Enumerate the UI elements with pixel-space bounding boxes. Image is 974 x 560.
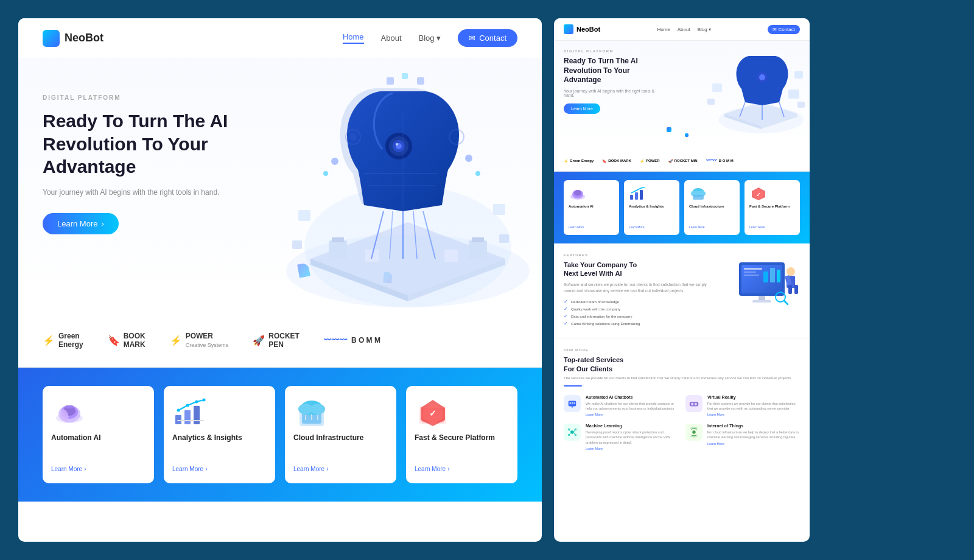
hero-subtitle: Your journey with AI begins with the rig… <box>43 187 286 198</box>
rp-nav-links: Home About Blog ▾ <box>657 27 710 32</box>
iot-learn-link[interactable]: Learn More <box>707 442 800 446</box>
svg-rect-11 <box>298 210 310 221</box>
svg-rect-100 <box>777 270 780 282</box>
svg-point-33 <box>349 133 357 141</box>
lp-hero-content: DIGITAL PLATFORM Ready To Turn The AI Re… <box>43 58 286 234</box>
rp-feature-title: Take Your Company To Next Level With AI <box>564 261 720 278</box>
rp-hero: DIGITAL PLATFORM Ready To Turn The AI Re… <box>554 41 810 150</box>
logo-bomm: 〰〰〰 B O M M <box>324 336 380 345</box>
rp-service-ml: Machine Learning Developing proof report… <box>564 424 678 450</box>
svg-rect-78 <box>707 99 715 105</box>
automation-ai-link[interactable]: Learn More › <box>51 466 86 472</box>
svg-rect-82 <box>630 195 633 200</box>
iot-icon-wrap <box>685 424 702 441</box>
rp-service-chatbots: Automated AI Chatbots We make AI chatbot… <box>564 395 678 417</box>
rocket-icon: 🚀 <box>253 335 265 346</box>
nav-contact-button[interactable]: ✉ Contact <box>458 29 517 47</box>
svg-line-126 <box>570 433 571 435</box>
vr-learn-link[interactable]: Learn More <box>707 413 800 416</box>
cloud-link[interactable]: Learn More › <box>293 466 328 472</box>
rp-cards-section: Automation AI Learn More Anal <box>554 172 810 243</box>
rp-cloud-link[interactable]: Learn More <box>689 225 735 229</box>
rp-feature-img <box>727 253 800 314</box>
svg-point-47 <box>177 409 180 412</box>
power-icon: ⚡ <box>170 335 182 346</box>
rp-hero-illustration <box>694 41 810 138</box>
green-energy-icon: ⚡ <box>43 335 55 346</box>
svg-point-116 <box>691 402 694 405</box>
ml-learn-link[interactable]: Learn More <box>586 447 678 450</box>
bookmark-icon: 🔖 <box>108 335 120 346</box>
chatbot-icon-wrap <box>564 395 581 412</box>
secure-title: Fast & Secure Platform <box>415 433 495 443</box>
cloud-icon <box>293 397 330 427</box>
svg-point-103 <box>787 267 795 276</box>
rp-service-ml-content: Machine Learning Developing proof report… <box>586 424 678 450</box>
svg-rect-106 <box>794 285 798 294</box>
rp-learn-btn[interactable]: Learn More <box>564 103 600 114</box>
svg-point-50 <box>203 399 206 402</box>
svg-rect-8 <box>472 237 484 242</box>
rp-secure-icon: ✓ <box>749 186 768 201</box>
svg-rect-88 <box>693 195 704 200</box>
svg-rect-95 <box>744 268 762 270</box>
svg-rect-42 <box>66 405 73 408</box>
rp-feature-desc: Software and services we provide for our… <box>564 282 720 295</box>
secure-link[interactable]: Learn More › <box>415 466 449 472</box>
rp-logo-bomm: 〰〰 B O M M <box>706 158 734 164</box>
rp-logos: ⚡ Green Energy 🔖 BOOK MARK ⚡ POWER 🚀 ROC… <box>554 150 810 172</box>
chatbots-learn-link[interactable]: Learn More <box>586 413 678 416</box>
svg-rect-97 <box>744 275 759 276</box>
rp-secure-link[interactable]: Learn More <box>749 225 795 229</box>
nav-link-about[interactable]: About <box>381 33 402 43</box>
rp-check-1: ✓ Dedicated team of knowledge <box>564 299 720 304</box>
partner-logos-section: ⚡ GreenEnergy 🔖 BOOKMARK ⚡ POWERCreative… <box>18 313 542 368</box>
rp-deco-1 <box>667 127 671 132</box>
rp-service-iot: Internet of Things For cloud infrastruct… <box>685 424 800 450</box>
digital-platform-label: DIGITAL PLATFORM <box>43 94 286 101</box>
logo-bookmark: 🔖 BOOKMARK <box>108 332 145 349</box>
secure-icon: ✓ <box>415 397 451 427</box>
svg-rect-113 <box>574 402 575 404</box>
svg-point-119 <box>570 430 573 433</box>
rp-hero-sub: Your journey with AI begins with the rig… <box>564 89 661 97</box>
svg-point-28 <box>331 158 338 165</box>
rp-cards-grid: Automation AI Learn More Anal <box>564 180 800 235</box>
rp-contact-button[interactable]: ✉ Contact <box>768 25 800 34</box>
rp-card-secure: ✓ Fast & Secure Platform Learn More <box>745 180 800 235</box>
svg-rect-84 <box>640 190 643 200</box>
svg-rect-44 <box>175 415 181 424</box>
svg-rect-75 <box>794 71 803 79</box>
rp-card-cloud: Cloud Infrastructure Learn More <box>684 180 740 235</box>
svg-point-48 <box>186 404 189 407</box>
card-secure: ✓ Fast & Secure Platform Learn More › <box>406 386 517 483</box>
svg-point-56 <box>310 404 325 415</box>
lp-logo[interactable]: NeoBot <box>43 30 103 47</box>
automation-ai-title: Automation AI <box>51 433 101 443</box>
rp-analytics-icon <box>629 186 647 201</box>
nav-link-home[interactable]: Home <box>343 32 364 44</box>
rp-cloud-icon <box>689 186 707 201</box>
svg-line-127 <box>574 433 575 435</box>
svg-rect-102 <box>752 300 771 303</box>
vr-icon-wrap <box>685 395 702 412</box>
analytics-link[interactable]: Learn More › <box>172 466 207 472</box>
rp-analytics-link[interactable]: Learn More <box>629 225 674 229</box>
lp-cards-section: Automation AI Learn More › <box>18 368 542 502</box>
bomm-icon: 〰〰〰 <box>324 336 348 345</box>
svg-rect-37 <box>417 77 424 85</box>
rp-logo[interactable]: NeoBot <box>564 24 600 34</box>
hero-learn-more-button[interactable]: Learn More › <box>43 213 119 234</box>
rp-digital-label: DIGITAL PLATFORM <box>564 49 661 53</box>
rp-automation-link[interactable]: Learn More <box>569 225 614 229</box>
analytics-title: Analytics & Insights <box>172 433 242 443</box>
svg-marker-114 <box>571 406 573 408</box>
rp-services-section: OUR MORE Top-rated Services For Our Clie… <box>554 338 810 460</box>
analytics-icon <box>172 397 209 427</box>
svg-rect-12 <box>493 204 505 215</box>
hero-title: Ready To Turn The AI Revolution To Your … <box>43 110 286 178</box>
nav-link-blog[interactable]: Blog ▾ <box>419 33 441 43</box>
svg-rect-107 <box>788 285 792 294</box>
svg-rect-6 <box>332 237 344 242</box>
rp-feature-label: FEATURES <box>564 253 720 257</box>
